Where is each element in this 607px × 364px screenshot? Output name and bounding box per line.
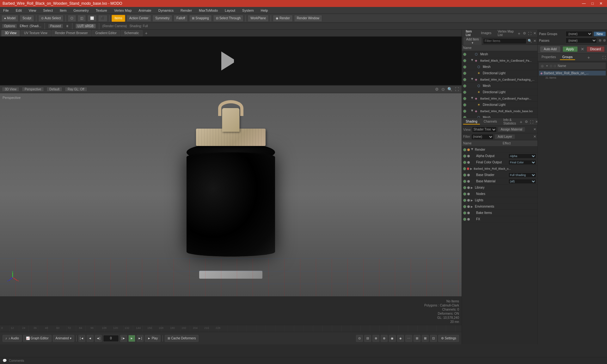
item-panel-maximize-icon[interactable]: ⛶ — [528, 32, 531, 35]
play-btn[interactable]: ► Play — [145, 335, 161, 342]
expand-icon[interactable]: ▶ — [471, 78, 474, 81]
tab-info-stats[interactable]: Info & Statistics — [501, 118, 518, 126]
tab-item-list[interactable]: Item List — [463, 29, 477, 38]
transport-prev-frame-btn[interactable]: ◄| — [95, 335, 102, 342]
menu-geometry[interactable]: Geometry — [72, 8, 90, 13]
eye-toggle[interactable] — [463, 205, 466, 208]
eye-toggle[interactable] — [463, 155, 466, 158]
menu-item[interactable]: Item — [58, 8, 68, 13]
options-btn[interactable]: Options — [2, 24, 17, 28]
eye-toggle[interactable] — [463, 211, 466, 215]
passes-select[interactable]: (none) — [566, 38, 597, 43]
title-bar-controls[interactable]: — □ ✕ — [580, 1, 604, 6]
eye-toggle[interactable] — [463, 199, 466, 202]
timeline-ruler[interactable]: 0 12 24 36 48 60 72 84 96 108 120 132 14… — [0, 325, 462, 332]
shader-row-bake[interactable]: Bake Items — [462, 210, 537, 216]
timeline[interactable]: 0 12 24 36 48 60 72 84 96 108 120 132 14… — [0, 325, 462, 332]
transport-next-frame-btn[interactable]: |► — [120, 335, 127, 342]
items-btn[interactable]: Items — [112, 15, 125, 22]
tab-schematic[interactable]: Schematic — [121, 30, 143, 36]
tab-vertex-map[interactable]: Vertex Map List — [495, 29, 517, 38]
shader-effect-select[interactable]: Final Color — [508, 160, 536, 165]
shader-row-fx[interactable]: FX — [462, 216, 537, 222]
pass-groups-new-btn[interactable]: New — [594, 32, 606, 36]
tab-images[interactable]: Images — [478, 31, 494, 36]
cache-deformers-btn[interactable]: ⊞ Cache Deformers — [165, 335, 199, 342]
menu-view[interactable]: View — [28, 8, 38, 13]
item-list-row[interactable]: ▶ ◈ Barbed_Black_Wire_in_Cardboard_Pa... — [462, 58, 537, 64]
shader-row-environments[interactable]: ▶ Environments — [462, 203, 537, 210]
menu-render[interactable]: Render — [179, 8, 193, 13]
eye-toggle[interactable] — [463, 180, 466, 183]
eye-toggle[interactable] — [463, 53, 466, 56]
expand-icon[interactable]: ▶ — [471, 97, 474, 100]
select-through-btn[interactable]: ⊟ Select Through — [213, 15, 244, 22]
viewport-3d[interactable]: Perspective x y z — [0, 93, 462, 296]
item-list-row[interactable]: ☀ Directional Light — [462, 102, 537, 108]
tab-uv-texture[interactable]: UV Texture View — [21, 30, 51, 36]
item-list-row[interactable]: ▶ ◈ Barbed_Wire_in_Cardboard_Packaging_.… — [462, 76, 537, 83]
group-icon-3[interactable]: □ — [549, 64, 553, 68]
expand-icon[interactable]: ▶ — [471, 110, 474, 113]
item-list-row[interactable]: ⬡ Mesh — [462, 64, 537, 70]
play-preview-btn[interactable] — [221, 52, 240, 70]
properties-maximize-icon[interactable]: ⛶ — [602, 56, 606, 59]
eye-toggle[interactable] — [463, 97, 466, 100]
graph-editor-btn[interactable]: 📈 Graph Editor — [23, 335, 52, 342]
shader-row-barbed-material[interactable]: ▶ Barbed_Wire_Roll_Black_o... — [462, 166, 537, 172]
shading-panel-maximize-icon[interactable]: ⛶ — [530, 120, 533, 124]
menu-maxtomodo[interactable]: MaxToModo — [198, 8, 219, 13]
shading-tab-add-btn[interactable]: + — [520, 119, 522, 124]
transport-prev-btn[interactable]: ◄ — [87, 335, 94, 342]
group-icon-4[interactable]: □ — [553, 64, 556, 68]
eye-toggle[interactable] — [463, 218, 466, 221]
expand-icon[interactable]: ▶ — [470, 167, 473, 170]
eye-toggle[interactable] — [463, 148, 466, 151]
item-list-row[interactable]: ▶ ◈ Barbed_Wire_Roll_Black_modo_base.lxo — [462, 108, 537, 114]
mode-model-btn[interactable]: ● Model — [1, 15, 18, 22]
audio-btn[interactable]: ♪ ♪ Audio — [3, 335, 22, 342]
item-panel-close-icon[interactable]: ✕ — [533, 31, 536, 35]
filter-items-input[interactable] — [483, 38, 526, 44]
eye-toggle[interactable] — [463, 186, 466, 189]
view3d-maximize-icon[interactable]: ⛶ — [454, 87, 460, 92]
menu-select[interactable]: Select — [42, 8, 54, 13]
close-button[interactable]: ✕ — [598, 1, 604, 6]
transport-extra-10[interactable]: ⊡ — [430, 335, 437, 342]
add-item-btn[interactable]: Add Item ▾ — [463, 37, 482, 45]
view-tab-add-btn[interactable]: + — [143, 31, 150, 36]
shape-poly-btn[interactable]: ⬜ — [87, 15, 97, 22]
eye-toggle[interactable] — [463, 65, 466, 69]
comments-input[interactable] — [9, 359, 604, 362]
tab-3d-view[interactable]: 3D View — [1, 30, 20, 36]
eye-toggle[interactable] — [463, 110, 466, 113]
menu-animate[interactable]: Animate — [137, 8, 152, 13]
eye-toggle[interactable] — [463, 167, 466, 170]
group-item[interactable]: ◈ Barbed_Wire_Roll_Black_on_... — [539, 71, 606, 76]
shape-vert-btn[interactable]: ⬡ — [68, 15, 76, 22]
assign-material-btn[interactable]: Assign Material — [498, 127, 525, 132]
eye-toggle[interactable] — [463, 84, 466, 88]
view3d-settings-icon[interactable]: ⚙ — [434, 87, 439, 92]
settings-btn[interactable]: ⚙ Settings — [438, 335, 459, 342]
transport-start-btn[interactable]: |◄ — [78, 335, 85, 342]
tab-render-preset[interactable]: Render Preset Browser — [52, 30, 91, 36]
transport-extra-4[interactable]: ⊗ — [381, 335, 388, 342]
transport-extra-7[interactable]: ⋯ — [405, 335, 412, 342]
frame-input[interactable] — [103, 335, 119, 342]
item-list-row[interactable]: ▶ ◈ Barbed_Wire_in_Cardboard_Packagin... — [462, 95, 537, 102]
transport-extra-6[interactable]: ◈ — [397, 335, 404, 342]
snapping-btn[interactable]: ⊞ Snapping — [189, 15, 212, 22]
auto-select-btn[interactable]: ⊙ Auto Select — [38, 15, 64, 22]
menu-vertexmap[interactable]: Vertex Map — [113, 8, 133, 13]
expand-icon[interactable]: ▶ — [471, 199, 474, 202]
menu-layout[interactable]: Layout — [224, 8, 236, 13]
view3d-type-btn[interactable]: 3D View — [2, 87, 19, 92]
expand-icon[interactable]: ▶ — [471, 59, 474, 62]
default-shading-btn[interactable]: Default — [46, 87, 62, 92]
tab-shading[interactable]: Shading — [463, 119, 480, 124]
group-icon-2[interactable]: ✦ — [545, 64, 549, 68]
minimize-button[interactable]: — — [580, 1, 588, 6]
filter-select[interactable]: (none) — [471, 134, 494, 140]
pass-groups-select[interactable]: (none) — [566, 31, 592, 37]
